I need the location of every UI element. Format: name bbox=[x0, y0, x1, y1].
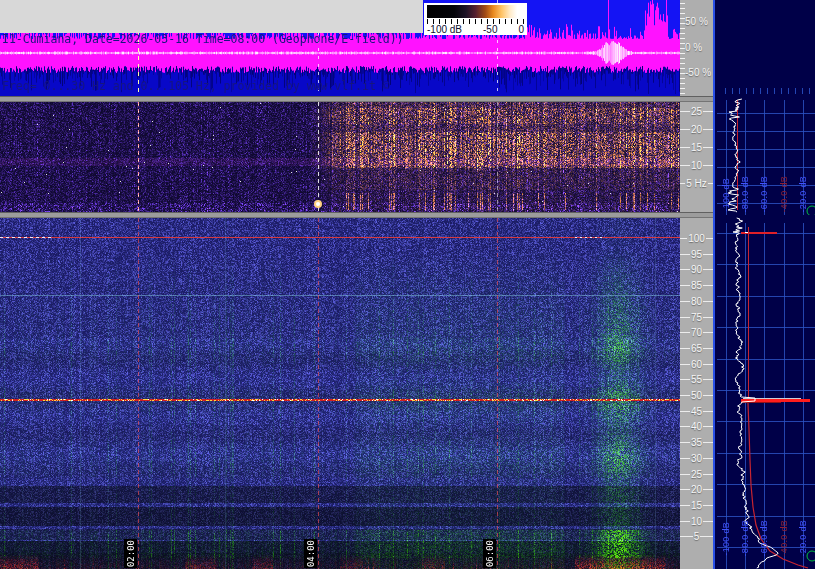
efield-axis-label: 95 bbox=[680, 249, 713, 260]
vlf-live-monitor: I1-Cumiana, Date=2026-03-16 Time=08:00 (… bbox=[0, 0, 815, 569]
title-line2: Freq= 0...30 Hz and 0...105 Hz, provided… bbox=[2, 79, 421, 95]
efield-axis-label: 55 bbox=[680, 374, 713, 385]
efield-axis-label: 15 bbox=[680, 500, 713, 511]
efield-axis-label: 90 bbox=[680, 264, 713, 275]
efield-axis-label: 70 bbox=[680, 327, 713, 338]
colorbar-max-label: 0 bbox=[518, 24, 524, 35]
frequency-axis-strip: 50 %0 %-50 %252015105 Hz1009590858075706… bbox=[680, 0, 713, 569]
colorbar-labels: -100 dB -50 0 bbox=[427, 24, 524, 35]
colorbar-mid-label: -50 bbox=[483, 24, 497, 35]
efield-axis-label: 60 bbox=[680, 359, 713, 370]
geophone-axis-label: 25 bbox=[680, 106, 713, 117]
efield-axis-label: 50 bbox=[680, 390, 713, 401]
title-box: I1-Cumiana, Date=2026-03-16 Time=08:00 (… bbox=[0, 0, 423, 33]
efield-axis-label: 10 bbox=[680, 516, 713, 527]
efield-axis-label: 85 bbox=[680, 280, 713, 291]
waveform-axis-label: -50 % bbox=[685, 67, 711, 78]
efield-axis-label: 25 bbox=[680, 469, 713, 480]
geophone-axis-label: 15 bbox=[680, 142, 713, 153]
title-line1: I1-Cumiana, Date=2026-03-16 Time=08:00 (… bbox=[2, 32, 421, 48]
efield-axis-label: 80 bbox=[680, 296, 713, 307]
geophone-axis-label: 5 Hz bbox=[680, 178, 713, 189]
geophone-axis-label: 10 bbox=[680, 160, 713, 171]
efield-axis-label: 65 bbox=[680, 343, 713, 354]
geophone-spectrum-plot bbox=[715, 96, 815, 215]
efield-axis-label: 20 bbox=[680, 484, 713, 495]
colorbar-min-label: -100 dB bbox=[427, 24, 462, 35]
efield-axis-label: 30 bbox=[680, 453, 713, 464]
efield-spectrum-plot bbox=[715, 215, 815, 569]
section-divider-bottom bbox=[0, 212, 713, 218]
waveform-axis-label: 50 % bbox=[685, 16, 708, 27]
efield-spectrogram bbox=[0, 218, 680, 569]
efield-axis-label: 45 bbox=[680, 406, 713, 417]
efield-axis-label: 5 bbox=[680, 531, 713, 542]
spectrum-panel-tick-row bbox=[725, 88, 813, 94]
efield-axis-label: 75 bbox=[680, 312, 713, 323]
waveform-axis-label: 0 % bbox=[685, 42, 702, 53]
efield-axis-label: 35 bbox=[680, 437, 713, 448]
colorbar: -100 dB -50 0 bbox=[424, 3, 527, 35]
geophone-axis-label: 20 bbox=[680, 124, 713, 135]
spectrum-side-panel bbox=[713, 0, 815, 569]
efield-axis-label: 40 bbox=[680, 421, 713, 432]
colorbar-gradient bbox=[427, 5, 524, 18]
efield-axis-label: 100 bbox=[680, 233, 713, 244]
